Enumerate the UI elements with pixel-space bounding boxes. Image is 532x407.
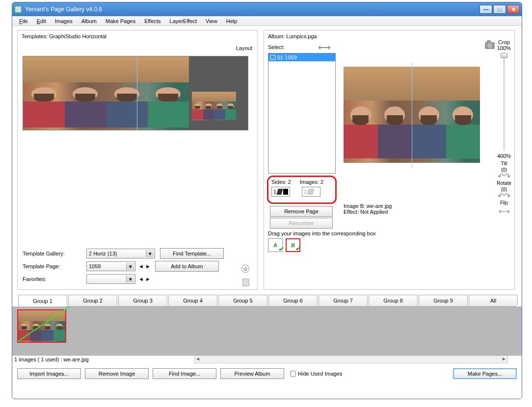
tab-group-6[interactable]: Group 6 (268, 295, 318, 305)
slider-thumb[interactable] (501, 53, 507, 58)
find-image-button[interactable]: Find Image... (153, 368, 216, 379)
image-info: Image B: we-are.jpg Effect: Not Applied (344, 203, 392, 215)
rotate-label: Rotate (497, 180, 511, 186)
menu-make-pages[interactable]: Make Pages (102, 17, 139, 25)
tilt-label: Tilt (501, 161, 507, 166)
tab-group-9[interactable]: Group 9 (419, 295, 468, 305)
side-controls: Crop 100% 400% Tilt (0) ↶↷ Rotate (0) ↶↷… (495, 39, 513, 216)
swatch-icon (283, 189, 288, 195)
find-template-button[interactable]: Find Template... (160, 248, 224, 259)
remove-image-button[interactable]: Remove Image (85, 368, 149, 379)
menu-help[interactable]: Help (222, 17, 241, 25)
image-strip[interactable] (12, 306, 522, 356)
chevron-down-icon: ▾ (126, 276, 134, 282)
preview-image-small (192, 92, 236, 120)
tab-group-3[interactable]: Group 3 (118, 295, 167, 305)
window-title: Yervant's Page Gallery v4.0.6 (25, 6, 479, 13)
camera-icon[interactable] (485, 42, 495, 49)
page-icon (307, 189, 315, 195)
crop-top-label: 100% (495, 45, 513, 51)
preview-album-button[interactable]: Preview Album (220, 368, 284, 379)
crop-slider[interactable] (503, 53, 505, 151)
sides-label: Sides: 2 (271, 179, 291, 185)
favorites-label: Favorites: (23, 276, 86, 282)
prev-favorite-button[interactable]: ◄ (138, 276, 143, 282)
side-cell-1[interactable]: 1 (271, 187, 290, 197)
templates-panel: Templates: GraphiStudio Horizontal Layou… (17, 30, 258, 290)
crop-label: Crop (495, 39, 513, 45)
client-area: Templates: GraphiStudio Horizontal Layou… (12, 26, 522, 399)
template-page-combo[interactable]: 1059▾ (86, 261, 135, 271)
drop-box-b[interactable]: B✔ (286, 238, 300, 252)
select-label: Select: (268, 44, 285, 50)
tab-group-4[interactable]: Group 4 (168, 295, 217, 305)
tab-group-5[interactable]: Group 5 (218, 295, 267, 305)
app-icon (14, 5, 22, 13)
template-gallery-label: Template Gallery: (23, 251, 86, 256)
template-page-label: Template Page: (23, 263, 86, 269)
flip-arrows-icon[interactable]: ⟷ (499, 206, 510, 216)
group-tabs: Group 1 Group 2 Group 3 Group 4 Group 5 … (18, 295, 516, 306)
menu-album[interactable]: Album (78, 17, 101, 25)
page-icon (277, 189, 283, 195)
thumbnail-image (18, 310, 65, 342)
template-gallery-combo[interactable]: 2 Horiz (13)▾ (86, 249, 155, 258)
next-page-button[interactable]: ► (145, 263, 150, 269)
chevron-down-icon: ▾ (126, 263, 134, 270)
sides-images-box: Sides: 2 Images: 2 1 2 (267, 176, 337, 204)
side-cell-2[interactable]: 2 (302, 187, 320, 197)
chevron-down-icon: ▾ (146, 250, 154, 257)
drag-instruction: Drag your images into the corresponding … (268, 230, 376, 236)
horizontal-scrollbar[interactable] (194, 356, 508, 363)
maximize-button[interactable]: □ (493, 5, 506, 14)
tilt-arrows-icon[interactable]: ↶↷ (498, 174, 510, 179)
hide-used-checkbox[interactable]: Hide Used Images (290, 371, 343, 377)
drop-box-a[interactable]: A✔ (268, 238, 283, 252)
make-pages-button[interactable]: Make Pages... (453, 368, 517, 379)
menu-file[interactable]: File (15, 17, 32, 25)
list-item[interactable]: ✓ 01 1059 (268, 53, 335, 61)
tab-group-1[interactable]: Group 1 (18, 295, 67, 306)
minimize-button[interactable]: — (479, 5, 492, 14)
next-favorite-button[interactable]: ► (145, 276, 150, 282)
remove-page-button[interactable]: Remove Page (270, 206, 333, 217)
page-center-line (412, 62, 412, 168)
pages-listbox[interactable]: ✓ 01 1059 (268, 53, 336, 174)
close-button[interactable]: ✕ (507, 5, 520, 14)
prev-page-button[interactable]: ◄ (138, 263, 143, 269)
images-label: Images: 2 (300, 179, 323, 185)
menu-layereffect[interactable]: LayerEffect (166, 17, 201, 25)
page-divider (137, 56, 137, 130)
import-images-button[interactable]: Import Images... (17, 368, 81, 379)
titlebar[interactable]: Yervant's Page Gallery v4.0.6 — □ ✕ (12, 2, 522, 16)
image-name-label: Image B: we-are.jpg (344, 203, 392, 209)
tab-group-8[interactable]: Group 8 (369, 295, 418, 305)
template-preview[interactable] (23, 56, 248, 130)
check-icon: ✔ (295, 245, 300, 252)
app-window: Yervant's Page Gallery v4.0.6 — □ ✕ File… (12, 2, 522, 399)
layout-label: Layout (236, 45, 252, 51)
trash-icon[interactable] (242, 279, 249, 286)
nav-arrows-icon[interactable]: ⟷ (318, 42, 331, 53)
templates-name: GraphiStudio Horizontal (49, 33, 106, 39)
smiley-icon[interactable]: ☺ (241, 265, 249, 273)
tab-group-2[interactable]: Group 2 (68, 295, 117, 305)
album-name: Lumpics.pga (286, 33, 317, 39)
rotate-arrows-icon[interactable]: ↶↷ (498, 193, 510, 199)
album-preview[interactable] (344, 67, 480, 163)
menu-effects[interactable]: Effects (140, 17, 164, 25)
preview-image-large (23, 56, 189, 130)
favorites-combo[interactable]: ▾ (86, 274, 135, 284)
menubar: File Edit Images Album Make Pages Effect… (12, 16, 522, 26)
tab-all[interactable]: All (469, 295, 518, 305)
tab-group-7[interactable]: Group 7 (319, 295, 368, 305)
menu-edit[interactable]: Edit (33, 17, 50, 25)
image-thumbnail[interactable] (17, 309, 66, 343)
menu-view[interactable]: View (202, 17, 221, 25)
crop-bottom-label: 400% (495, 153, 513, 159)
add-to-album-button[interactable]: Add to Album (155, 261, 219, 272)
album-panel: Album: Lumpics.pga Select: ⟷ ✓ 01 1059 (264, 30, 515, 290)
menu-images[interactable]: Images (51, 17, 77, 25)
check-icon: ✓ (270, 55, 275, 60)
album-header: Album: Lumpics.pga (264, 30, 514, 42)
